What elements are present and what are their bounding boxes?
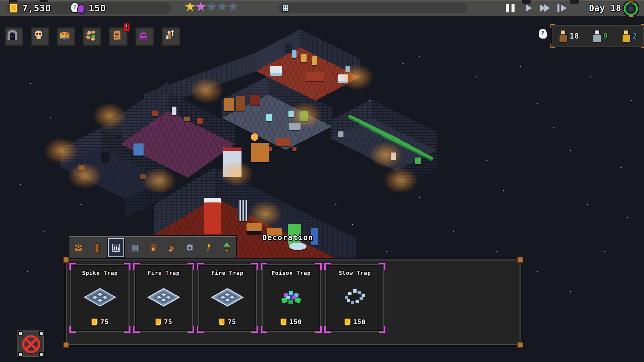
gold-coin-icon xyxy=(219,318,225,325)
poison-trap-icon xyxy=(274,276,309,318)
panel-corner-ornament xyxy=(63,342,69,348)
pause-button[interactable] xyxy=(506,4,516,12)
altar-icon xyxy=(137,28,150,42)
furniture[interactable] xyxy=(78,165,85,170)
rivet-ornament xyxy=(18,331,22,336)
furniture[interactable] xyxy=(292,50,297,58)
worker-count: 2 xyxy=(633,32,637,40)
build-card-spike-trap[interactable]: Spike Trap 75 xyxy=(70,264,129,332)
furniture[interactable] xyxy=(238,200,248,221)
souls-icon: ? xyxy=(70,2,89,14)
tab-campfires[interactable] xyxy=(146,239,161,256)
furniture[interactable] xyxy=(270,66,282,76)
book-icon xyxy=(58,28,71,42)
furniture[interactable] xyxy=(236,96,245,111)
tab-sacks[interactable] xyxy=(164,239,179,256)
furniture[interactable] xyxy=(101,152,109,162)
rivet-ornament xyxy=(18,352,22,357)
cancel-icon xyxy=(22,335,40,353)
play-button[interactable] xyxy=(526,4,532,13)
furniture[interactable] xyxy=(251,143,269,162)
dungeon-gate-button[interactable] xyxy=(3,26,24,47)
tab-plants[interactable] xyxy=(219,239,234,256)
furniture[interactable] xyxy=(184,117,190,121)
door-icon xyxy=(91,242,103,254)
top-hud-bar: 7,530 ? 150 Day 18 xyxy=(0,0,644,18)
build-card-fire-trap[interactable]: Fire Trap 75 xyxy=(134,264,193,332)
main-toolbar: ! xyxy=(3,26,181,47)
hero-icon xyxy=(163,28,176,42)
build-card-list: Spike Trap 75 xyxy=(70,264,384,332)
worker-brown-icon xyxy=(558,30,567,42)
worker-count-servants: 9 xyxy=(592,30,608,42)
furniture[interactable] xyxy=(292,147,297,151)
furniture[interactable] xyxy=(345,66,350,72)
build-card-slow-trap[interactable]: Slow Trap 150 xyxy=(325,264,384,332)
help-ghost-icon[interactable]: ? xyxy=(538,28,547,39)
build-card-poison-trap[interactable]: Poison Trap 1 xyxy=(262,264,321,332)
contracts-button[interactable]: ! xyxy=(108,26,129,47)
furniture[interactable] xyxy=(133,143,144,156)
worker-gold-icon xyxy=(621,30,630,42)
star-icon xyxy=(196,2,206,12)
furniture[interactable] xyxy=(224,98,234,111)
supplies-icon xyxy=(84,28,98,42)
altar-button[interactable] xyxy=(134,26,155,47)
card-price: 75 xyxy=(91,318,109,325)
journal-button[interactable] xyxy=(56,26,76,47)
card-title: Poison Trap xyxy=(272,270,311,276)
furniture[interactable] xyxy=(251,133,258,141)
furniture[interactable] xyxy=(250,95,260,105)
heroes-button[interactable] xyxy=(160,26,181,47)
gold-amount: 7,530 xyxy=(22,3,51,13)
furniture[interactable] xyxy=(172,107,176,115)
tab-torches[interactable] xyxy=(201,239,216,256)
furniture[interactable] xyxy=(391,153,396,160)
panel-corner-ornament xyxy=(641,24,644,28)
tab-spike-traps[interactable] xyxy=(108,238,124,257)
card-title: Fire Trap xyxy=(211,270,244,276)
furniture[interactable] xyxy=(415,158,421,164)
dungeon-rating-stars xyxy=(185,2,238,12)
furniture[interactable] xyxy=(152,111,158,116)
portal-ornament xyxy=(629,15,634,17)
card-price: 150 xyxy=(280,318,302,325)
furniture[interactable] xyxy=(289,243,307,250)
supplies-button[interactable] xyxy=(82,26,103,47)
hover-tooltip: Decoration xyxy=(262,233,313,242)
furniture[interactable] xyxy=(289,123,301,130)
contract-icon xyxy=(110,28,124,42)
spike-trap-icon xyxy=(110,242,122,254)
furniture[interactable] xyxy=(338,131,343,137)
star-icon xyxy=(206,2,217,12)
furniture[interactable] xyxy=(247,223,262,235)
monsters-button[interactable] xyxy=(30,26,50,47)
furniture[interactable] xyxy=(140,174,146,179)
furniture[interactable] xyxy=(204,198,221,234)
card-price: 75 xyxy=(219,318,236,325)
furniture[interactable] xyxy=(306,72,324,81)
furniture[interactable] xyxy=(312,56,317,65)
furniture[interactable] xyxy=(285,43,292,52)
furniture[interactable] xyxy=(266,114,272,121)
furniture[interactable] xyxy=(276,138,290,146)
tab-furnaces[interactable] xyxy=(182,239,197,256)
cancel-build-button[interactable] xyxy=(16,329,46,359)
tab-floor-plates[interactable] xyxy=(127,239,142,256)
furniture[interactable] xyxy=(197,118,203,124)
build-card-fire-trap[interactable]: Fire Trap 75 xyxy=(198,264,257,332)
tab-doors[interactable] xyxy=(90,239,104,256)
stone-plate-icon xyxy=(129,242,141,254)
worker-count: 18 xyxy=(570,32,579,40)
menu-portal-button[interactable] xyxy=(623,0,639,17)
furniture[interactable] xyxy=(338,74,348,83)
furniture[interactable] xyxy=(301,54,307,62)
tab-furniture[interactable] xyxy=(71,239,86,256)
bar-ornament xyxy=(522,0,531,4)
furniture[interactable] xyxy=(288,111,294,117)
build-items-panel: Spike Trap 75 xyxy=(64,258,522,347)
furniture[interactable] xyxy=(223,147,241,177)
panel-corner-ornament xyxy=(517,257,523,263)
slow-trap-icon xyxy=(337,276,372,318)
furniture[interactable] xyxy=(300,111,308,121)
